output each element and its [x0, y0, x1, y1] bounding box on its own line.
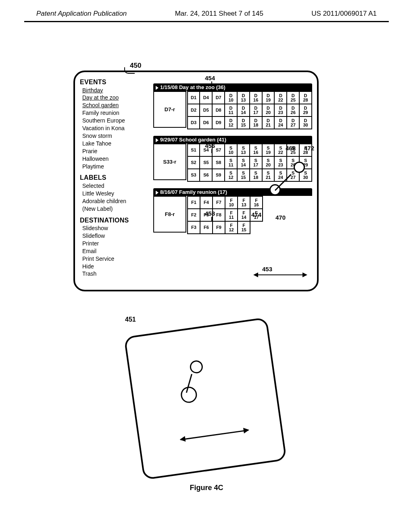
sidebar-item-event[interactable]: Family reunion [80, 109, 148, 117]
thumb-cell[interactable]: D10 [225, 91, 237, 104]
thumb-cell[interactable]: F1 [188, 196, 200, 209]
thumb-cell[interactable]: S27 [287, 169, 299, 181]
thumb-cell[interactable]: D13 [237, 91, 250, 104]
thumb-cell[interactable]: D3 [188, 116, 200, 129]
thumb-cell[interactable]: F15 [238, 221, 250, 234]
thumb-cell[interactable]: F6 [200, 221, 213, 234]
thumb-cell[interactable]: S30 [299, 169, 312, 181]
thumb-cell[interactable]: F10 [225, 196, 238, 209]
event-group-keyphoto[interactable]: F8-r [153, 196, 186, 233]
sidebar-item-event[interactable]: Southern Europe [80, 117, 148, 125]
thumb-cell[interactable]: S16 [250, 144, 262, 156]
thumb-cell[interactable]: D21 [262, 116, 275, 129]
thumb-cell[interactable]: D6 [200, 116, 212, 129]
thumb-cell[interactable]: S24 [274, 169, 287, 181]
thumb-cell[interactable]: S3 [188, 169, 200, 181]
sidebar-item-destination[interactable]: Email [80, 247, 148, 255]
sidebar-item-event[interactable]: Snow storm [80, 132, 148, 140]
sidebar-item-label[interactable]: Selected [80, 182, 148, 190]
thumb-cell[interactable]: S22 [274, 144, 287, 156]
thumb-cell[interactable]: D19 [262, 91, 275, 104]
thumb-cell[interactable]: D1 [188, 91, 200, 104]
sidebar-item-destination[interactable]: Slideflow [80, 232, 148, 240]
sidebar-item-event[interactable]: Day at the zoo [80, 94, 148, 102]
thumb-cell[interactable]: D27 [287, 116, 299, 129]
thumb-cell[interactable]: D2 [188, 104, 200, 116]
thumb-cell[interactable]: D8 [212, 104, 225, 116]
thumb-cell[interactable]: S14 [237, 156, 250, 169]
thumb-cell[interactable]: S12 [225, 169, 237, 181]
thumb-cell[interactable]: D20 [262, 104, 275, 116]
sidebar-item-label[interactable]: (New Label) [80, 205, 148, 213]
thumb-cell[interactable]: F7 [213, 196, 225, 209]
event-group-header[interactable]: 9/29/07 School garden (41) [153, 136, 312, 143]
thumb-cell[interactable]: S15 [237, 169, 250, 181]
sidebar-item-label[interactable]: Adorable children [80, 197, 148, 205]
thumb-cell[interactable]: S18 [250, 169, 262, 181]
thumb-cell[interactable]: F11 [225, 209, 238, 221]
thumb-cell[interactable]: D25 [287, 91, 299, 104]
sidebar-item-event[interactable]: Prarie [80, 148, 148, 155]
thumb-cell[interactable]: S1 [188, 144, 200, 156]
thumb-cell[interactable]: D7 [212, 91, 225, 104]
thumb-cell[interactable]: D16 [250, 91, 262, 104]
thumb-cell[interactable]: D9 [212, 116, 225, 129]
thumb-cell[interactable]: S21 [262, 169, 275, 181]
event-group-header[interactable]: 1/15/08 Day at the zoo (36) [153, 83, 312, 91]
thumb-cell[interactable]: F9 [213, 221, 225, 234]
thumb-cell[interactable]: D26 [287, 104, 299, 116]
thumb-cell[interactable]: D12 [225, 116, 237, 129]
thumb-cell[interactable]: D5 [200, 104, 212, 116]
thumb-cell[interactable]: D14 [237, 104, 250, 116]
thumb-cell[interactable]: D11 [225, 104, 237, 116]
event-group-header[interactable]: 8/16/07 Family reunion (17) [153, 188, 312, 196]
sidebar-item-event[interactable]: Vacation in Kona [80, 125, 148, 132]
thumb-cell[interactable]: S20 [262, 156, 275, 169]
sidebar-item-event[interactable]: Birthday [80, 87, 148, 94]
sidebar-item-event[interactable]: Halloween [80, 155, 148, 163]
thumb-cell[interactable]: F12 [225, 221, 238, 234]
thumb-cell[interactable]: S13 [237, 144, 250, 156]
sidebar-item-destination[interactable]: Trash [80, 270, 148, 278]
thumb-cell[interactable]: S17 [250, 156, 262, 169]
swipe-arrow-icon [180, 430, 248, 441]
sidebar-item-event[interactable]: Playtime [80, 163, 148, 170]
thumb-cell[interactable]: S2 [188, 156, 200, 169]
thumb-cell[interactable]: D18 [250, 116, 262, 129]
thumb-cell[interactable] [250, 221, 263, 234]
event-group-keyphoto[interactable]: S33-r [153, 143, 186, 180]
thumb-cell[interactable]: S23 [274, 156, 287, 169]
thumb-cell[interactable]: S11 [225, 156, 237, 169]
sidebar-item-event[interactable]: School garden [80, 102, 148, 109]
thumb-cell[interactable]: S8 [212, 156, 225, 169]
thumb-cell[interactable]: F13 [238, 196, 250, 209]
thumb-cell[interactable]: D30 [299, 116, 312, 129]
thumb-cell[interactable]: S10 [225, 144, 237, 156]
thumb-cell[interactable]: D24 [274, 116, 287, 129]
thumb-cell[interactable]: F3 [188, 221, 200, 234]
sidebar-item-destination[interactable]: Print Service [80, 255, 148, 263]
thumb-cell[interactable]: D29 [299, 104, 312, 116]
thumb-cell[interactable]: S26 [287, 156, 299, 169]
thumb-cell[interactable]: D23 [274, 104, 287, 116]
thumb-cell[interactable]: D22 [274, 91, 287, 104]
thumb-cell[interactable]: D15 [237, 116, 250, 129]
thumb-cell[interactable]: S19 [262, 144, 275, 156]
thumb-cell[interactable]: F16 [250, 196, 263, 209]
thumb-cell[interactable]: F4 [200, 196, 213, 209]
thumb-cell[interactable]: D4 [200, 91, 212, 104]
thumb-cell[interactable]: S5 [200, 156, 212, 169]
event-group-keyphoto[interactable]: D7-r [153, 91, 186, 128]
thumb-cell[interactable]: D28 [299, 91, 312, 104]
thumb-cell[interactable]: S29 [299, 156, 312, 169]
thumb-cell[interactable]: D17 [250, 104, 262, 116]
sidebar-item-destination[interactable]: Printer [80, 240, 148, 247]
thumb-cell[interactable]: S6 [200, 169, 212, 181]
sidebar-item-label[interactable]: Little Wesley [80, 190, 148, 197]
thumb-cell[interactable]: S9 [212, 169, 225, 181]
sidebar-item-destination[interactable]: Hide [80, 263, 148, 270]
thumb-cell[interactable]: F14 [238, 209, 250, 221]
sidebar-item-destination[interactable]: Slideshow [80, 224, 148, 232]
sidebar-item-event[interactable]: Lake Tahoe [80, 140, 148, 148]
thumb-cell[interactable]: F2 [188, 209, 200, 221]
